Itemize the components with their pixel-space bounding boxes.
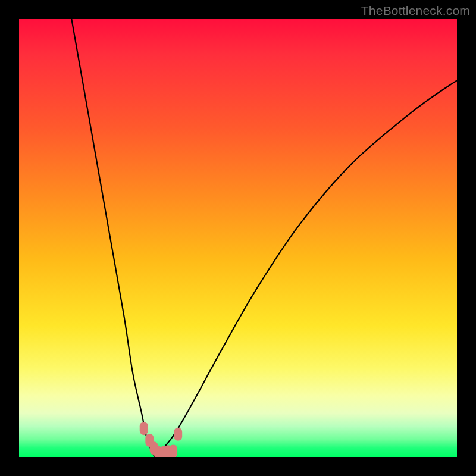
data-marker (140, 422, 148, 435)
watermark-text: TheBottleneck.com (361, 4, 470, 18)
outer-frame: TheBottleneck.com (0, 0, 476, 476)
chart-svg (19, 19, 457, 457)
plot-area (19, 19, 457, 457)
curve-right-branch (155, 80, 457, 457)
curve-left-branch (71, 19, 155, 457)
data-marker (169, 444, 177, 457)
marker-group (140, 422, 182, 457)
data-marker (174, 428, 182, 441)
